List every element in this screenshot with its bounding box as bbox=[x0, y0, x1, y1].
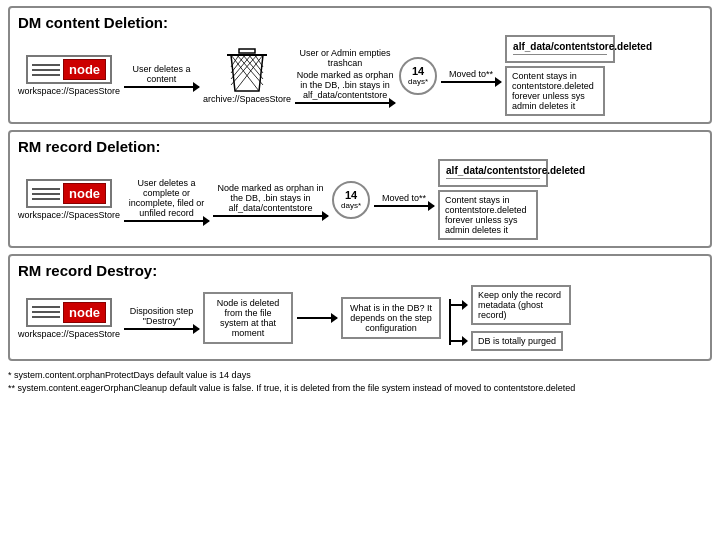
dm-file-title: alf_data/contentstore.deleted bbox=[513, 41, 607, 55]
rm-destroy-title: RM record Destroy: bbox=[18, 262, 702, 279]
dm-trash-box: archive://SpacesStore bbox=[203, 47, 291, 104]
branch-bottom: DB is totally purged bbox=[449, 331, 571, 351]
destroy-arrow2-line bbox=[297, 317, 337, 319]
destroy-node-label: node bbox=[63, 302, 106, 323]
dm-arrow-2: User or Admin empties trashcan Node mark… bbox=[295, 48, 395, 104]
dm-arrow1-text: User deletes a content bbox=[124, 64, 199, 84]
trash-icon bbox=[227, 47, 267, 92]
rm-node-line-3 bbox=[32, 198, 60, 200]
branch-bottom-hline bbox=[449, 340, 467, 342]
dm-arrow3-line bbox=[441, 81, 501, 83]
dm-desc-text: User or Admin empties trashcan bbox=[295, 48, 395, 68]
rm-arrow-2: Node marked as orphan in the DB, .bin st… bbox=[213, 183, 328, 217]
destroy-arrow-1: Disposition step "Destroy" bbox=[124, 306, 199, 330]
destroy-outcome2-text: DB is totally purged bbox=[478, 336, 556, 346]
destroy-outcome1-box: Keep only the record metadata (ghost rec… bbox=[471, 285, 571, 325]
rm-days-num: 14 bbox=[345, 189, 357, 201]
rm-arrow1-text: User deletes a complete or incomplete, f… bbox=[127, 178, 207, 218]
rm-node-container: node workspace://SpacesStore bbox=[18, 179, 120, 220]
destroy-outcome1-text: Keep only the record metadata (ghost rec… bbox=[478, 290, 561, 320]
rm-days-box: 14 days* bbox=[332, 181, 370, 219]
footnote-2: ** system.content.eagerOrphanCleanup def… bbox=[8, 382, 712, 395]
rm-deletion-flow: node workspace://SpacesStore User delete… bbox=[18, 159, 702, 240]
rm-arrow-1: User deletes a complete or incomplete, f… bbox=[124, 178, 209, 222]
rm-file-container: alf_data/contentstore.deleted Content st… bbox=[438, 159, 548, 240]
rm-deletion-section: RM record Deletion: node workspace://Spa… bbox=[8, 130, 712, 248]
rm-node-line-2 bbox=[32, 193, 60, 195]
destroy-workspace-label: workspace://SpacesStore bbox=[18, 329, 120, 339]
rm-node-label: node bbox=[63, 183, 106, 204]
dm-workspace-label: workspace://SpacesStore bbox=[18, 86, 120, 96]
rm-desc-text: Node marked as orphan in the DB, .bin st… bbox=[216, 183, 326, 213]
dm-node-box: node bbox=[26, 55, 112, 84]
rm-destroy-section: RM record Destroy: node workspace://Spac… bbox=[8, 254, 712, 361]
node-line-2 bbox=[32, 69, 60, 71]
branch-top-hline bbox=[449, 304, 467, 306]
dm-file-box: alf_data/contentstore.deleted bbox=[505, 35, 615, 63]
dm-days-num: 14 bbox=[412, 65, 424, 77]
dm-days-box: 14 days* bbox=[399, 57, 437, 95]
rm-days-sub: days* bbox=[341, 201, 361, 210]
footnotes: * system.content.orphanProtectDays defau… bbox=[8, 367, 712, 394]
dm-arrow2-line bbox=[295, 102, 395, 104]
destroy-branch: Keep only the record metadata (ghost rec… bbox=[449, 285, 571, 351]
dm-node-container: node workspace://SpacesStore bbox=[18, 55, 120, 96]
dm-file-desc: Content stays in contentstore.deleted fo… bbox=[512, 71, 594, 111]
rm-deletion-title: RM record Deletion: bbox=[18, 138, 702, 155]
branch-top: Keep only the record metadata (ghost rec… bbox=[449, 285, 571, 325]
rm-destroy-flow: node workspace://SpacesStore Disposition… bbox=[18, 283, 702, 353]
branch-top-arrow bbox=[462, 300, 468, 310]
dm-arrow-1: User deletes a content bbox=[124, 64, 199, 88]
rm-node-line-1 bbox=[32, 188, 60, 190]
destroy-node-lines bbox=[32, 306, 60, 318]
branch-bottom-arrow bbox=[462, 336, 468, 346]
rm-node-box: node bbox=[26, 179, 112, 208]
dm-node-lines bbox=[32, 64, 60, 76]
destroy-process-text: Node is deleted from the file system at … bbox=[217, 298, 280, 338]
rm-node-lines bbox=[32, 188, 60, 200]
dm-days-sub: days* bbox=[408, 77, 428, 86]
destroy-question-box: What is in the DB? It depends on the ste… bbox=[341, 297, 441, 339]
rm-arrow1-line bbox=[124, 220, 209, 222]
destroy-arrow-2 bbox=[297, 317, 337, 319]
destroy-arrow1-line bbox=[124, 328, 199, 330]
svg-rect-11 bbox=[239, 49, 255, 53]
dm-trash-label: archive://SpacesStore bbox=[203, 94, 291, 104]
dm-file-desc-box: Content stays in contentstore.deleted fo… bbox=[505, 66, 605, 116]
dm-file-container: alf_data/contentstore.deleted Content st… bbox=[505, 35, 615, 116]
dm-desc-text2: Node marked as orphan in the DB, .bin st… bbox=[295, 70, 395, 100]
rm-file-desc-box: Content stays in contentstore.deleted fo… bbox=[438, 190, 538, 240]
dm-deletion-flow: node workspace://SpacesStore User delete… bbox=[18, 35, 702, 116]
rm-file-desc: Content stays in contentstore.deleted fo… bbox=[445, 195, 527, 235]
destroy-node-container: node workspace://SpacesStore bbox=[18, 298, 120, 339]
rm-arrow3-line bbox=[374, 205, 434, 207]
rm-workspace-label: workspace://SpacesStore bbox=[18, 210, 120, 220]
dm-arrow-3: Moved to** bbox=[441, 69, 501, 83]
dm-moved-text: Moved to** bbox=[449, 69, 493, 79]
rm-arrow-3: Moved to** bbox=[374, 193, 434, 207]
destroy-question-text: What is in the DB? It depends on the ste… bbox=[350, 303, 432, 333]
footnote-1: * system.content.orphanProtectDays defau… bbox=[8, 369, 712, 382]
destroy-node-line-2 bbox=[32, 311, 60, 313]
dm-arrow1-line bbox=[124, 86, 199, 88]
destroy-outcome2-box: DB is totally purged bbox=[471, 331, 563, 351]
destroy-process-box: Node is deleted from the file system at … bbox=[203, 292, 293, 344]
rm-file-title: alf_data/contentstore.deleted bbox=[446, 165, 540, 179]
dm-node-label: node bbox=[63, 59, 106, 80]
svg-line-6 bbox=[235, 55, 263, 91]
rm-arrow2-line bbox=[213, 215, 328, 217]
rm-file-box: alf_data/contentstore.deleted bbox=[438, 159, 548, 187]
destroy-node-box: node bbox=[26, 298, 112, 327]
node-line-3 bbox=[32, 74, 60, 76]
dm-deletion-section: DM content Deletion: node workspace://Sp… bbox=[8, 6, 712, 124]
dm-deletion-title: DM content Deletion: bbox=[18, 14, 702, 31]
destroy-node-line-3 bbox=[32, 316, 60, 318]
destroy-node-line-1 bbox=[32, 306, 60, 308]
node-line-1 bbox=[32, 64, 60, 66]
main-container: DM content Deletion: node workspace://Sp… bbox=[0, 0, 720, 400]
rm-moved-text: Moved to** bbox=[382, 193, 426, 203]
destroy-arrow1-text: Disposition step "Destroy" bbox=[124, 306, 199, 326]
